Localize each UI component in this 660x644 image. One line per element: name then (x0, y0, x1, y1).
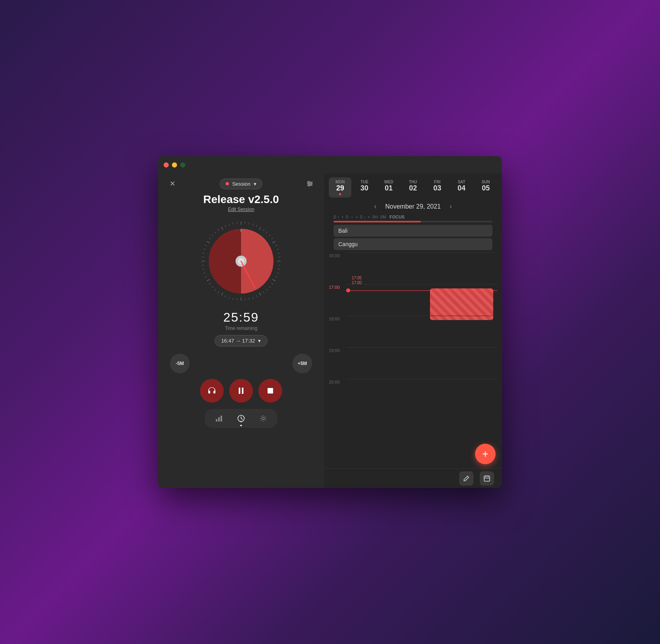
calendar-nav-button[interactable] (480, 471, 494, 486)
svg-point-81 (262, 417, 264, 420)
stop-button[interactable] (258, 379, 282, 403)
time-label-1900: 19:00 (329, 347, 346, 353)
session-title: Release v2.5.0 (203, 193, 279, 206)
headphones-button[interactable] (200, 379, 224, 403)
tag-bali[interactable]: Bali (334, 225, 492, 237)
current-time-indicator (346, 288, 497, 292)
maximize-traffic-light[interactable] (180, 162, 185, 168)
svg-point-5 (308, 185, 310, 186)
svg-line-45 (209, 283, 211, 284)
svg-line-11 (259, 227, 261, 230)
time-range-button[interactable]: 16:47 → 17:32 ▾ (215, 335, 268, 346)
svg-line-23 (278, 269, 280, 269)
svg-line-60 (218, 229, 219, 231)
current-time-dot (346, 288, 350, 292)
svg-line-9 (253, 224, 253, 226)
tag-canggu[interactable]: Canggu (334, 238, 492, 250)
edit-session-link[interactable]: Edit Session (228, 207, 255, 212)
svg-point-80 (241, 421, 242, 422)
tags-row: Bali Canggu (329, 225, 497, 252)
day-num-02: 02 (403, 184, 422, 192)
right-bottom-nav (324, 468, 502, 488)
day-name-tue: TUE (355, 180, 374, 184)
time-label-1700: 17:00 (329, 284, 346, 290)
svg-line-19 (278, 253, 280, 253)
day-cell-fri[interactable]: FRI 03 (426, 177, 449, 198)
month-nav: ‹ November 29, 2021 › (329, 201, 497, 212)
timeline-row-2000: 20:00 (329, 379, 497, 411)
day-cell-thu[interactable]: THU 02 (402, 177, 424, 198)
stats-values: 0 ↑ • 0 → • 0 ↓ • 0H 0M (334, 215, 386, 219)
close-button[interactable]: ✕ (166, 177, 179, 190)
svg-line-31 (259, 293, 261, 296)
day-cell-tue[interactable]: TUE 30 (353, 177, 375, 198)
prev-month-button[interactable]: ‹ (371, 201, 380, 212)
svg-line-50 (202, 265, 204, 266)
next-month-button[interactable]: › (446, 201, 455, 212)
svg-rect-72 (242, 388, 243, 394)
svg-line-20 (278, 257, 280, 258)
day-name-thu: THU (403, 180, 422, 184)
progress-bar-fill (334, 221, 421, 222)
svg-line-18 (277, 249, 279, 250)
svg-line-38 (233, 298, 233, 300)
left-panel: ✕ Session ▾ (158, 173, 324, 488)
adjust-row: -5M +5M (166, 354, 316, 373)
month-title: November 29, 2021 (385, 203, 441, 210)
svg-rect-75 (218, 417, 220, 422)
session-dropdown[interactable]: Session ▾ (220, 179, 262, 189)
svg-line-48 (204, 273, 206, 273)
day-cell-mon[interactable]: MON 29 (329, 177, 351, 198)
svg-line-35 (245, 298, 245, 300)
session-block[interactable] (430, 288, 493, 320)
timeline-area-1600 (346, 252, 497, 284)
timeline-area-2000 (346, 379, 497, 411)
svg-rect-82 (484, 476, 490, 481)
svg-line-30 (263, 292, 264, 293)
day-cell-sat[interactable]: SAT 04 (450, 177, 473, 198)
day-num-01: 01 (379, 184, 398, 192)
minimize-traffic-light[interactable] (172, 162, 177, 168)
pause-button[interactable] (229, 379, 253, 403)
svg-line-43 (215, 289, 216, 291)
svg-line-64 (233, 222, 233, 224)
svg-line-41 (221, 293, 223, 296)
svg-line-14 (269, 235, 271, 236)
svg-line-47 (205, 277, 207, 277)
close-traffic-light[interactable] (164, 162, 169, 168)
day-num-03: 03 (428, 184, 447, 192)
add-session-button[interactable]: + (475, 444, 496, 464)
progress-bar-container (329, 221, 497, 225)
time-remaining-label: Time remaining (225, 326, 257, 331)
svg-line-12 (263, 229, 264, 231)
svg-line-65 (237, 222, 238, 224)
svg-line-26 (273, 279, 275, 281)
stats-nav-button[interactable] (213, 412, 225, 425)
settings-nav-button[interactable] (257, 412, 270, 425)
right-panel: MON 29 TUE 30 WED 01 THU 02 (324, 173, 502, 488)
svg-rect-74 (216, 419, 217, 422)
filter-button[interactable] (304, 177, 316, 190)
svg-line-59 (215, 232, 216, 233)
svg-line-10 (256, 225, 257, 227)
current-time-rule (350, 290, 497, 291)
chevron-down-icon: ▾ (254, 181, 256, 187)
svg-line-37 (237, 298, 238, 300)
svg-line-55 (205, 245, 207, 246)
day-num-05: 05 (476, 184, 496, 192)
minus-5m-button[interactable]: -5M (170, 354, 190, 373)
svg-line-34 (249, 298, 249, 300)
day-name-sun: SUN (476, 180, 496, 184)
day-cell-sun[interactable]: SUN 05 (475, 177, 497, 198)
svg-line-8 (249, 222, 249, 224)
plus-5m-button[interactable]: +5M (292, 354, 312, 373)
svg-line-28 (269, 286, 271, 288)
edit-nav-button[interactable] (459, 471, 473, 486)
svg-line-40 (225, 296, 226, 298)
timeline-area-1700: 17:05 17:00 (346, 284, 497, 316)
svg-line-49 (202, 269, 204, 269)
title-bar (158, 156, 502, 173)
day-cell-wed[interactable]: WED 01 (377, 177, 400, 198)
clock-nav-button[interactable] (235, 412, 247, 425)
svg-line-42 (218, 292, 219, 293)
